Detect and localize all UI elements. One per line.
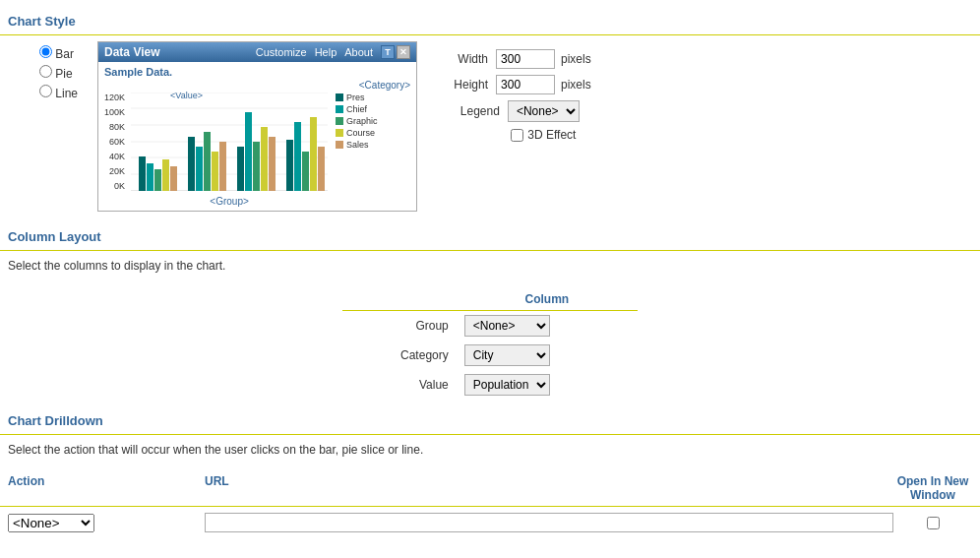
drilldown-title: Chart Drilldown — [8, 413, 103, 428]
width-input[interactable] — [496, 49, 555, 69]
data-view-close-button[interactable]: ✕ — [397, 45, 410, 59]
chart-style-section: Chart Style Bar Pie Line Data View Custo… — [0, 0, 980, 219]
column-layout-desc: Select the columns to display in the cha… — [0, 257, 980, 280]
svg-rect-19 — [253, 142, 260, 191]
about-link[interactable]: About — [344, 46, 373, 58]
category-select[interactable]: <None> City Population Region — [464, 344, 550, 366]
data-view-pin-button[interactable]: T — [381, 45, 395, 59]
chart-type-group: Bar Pie Line — [39, 45, 78, 104]
radio-pie-label[interactable]: Pie — [39, 65, 78, 81]
radio-pie[interactable] — [39, 65, 52, 78]
url-cell — [205, 513, 893, 532]
legend-label-sales: Sales — [346, 140, 369, 150]
column-table: Column Group <None> City Population Regi… — [342, 288, 638, 400]
drilldown-desc: Select the action that will occur when t… — [0, 441, 980, 465]
legend-label-chief: Chief — [346, 104, 367, 114]
svg-rect-8 — [147, 163, 153, 191]
height-suffix: pixels — [555, 78, 591, 92]
threed-checkbox[interactable] — [511, 129, 523, 142]
customize-link[interactable]: Customize — [256, 46, 307, 58]
svg-rect-21 — [269, 137, 276, 191]
table-row-group: Group <None> City Population Region — [342, 311, 638, 341]
legend-label-ctrl: Legend — [429, 104, 508, 118]
chart-controls: Width pixels Height pixels Legend <None>… — [417, 41, 591, 150]
drilldown-header: Chart Drilldown — [0, 407, 980, 435]
drilldown-data-row: <None> Link Report Dashboard — [0, 507, 980, 538]
y-label-0k: 0K — [114, 181, 125, 191]
legend-box-sales — [336, 141, 343, 149]
legend-item-course: Course — [336, 128, 378, 138]
svg-rect-23 — [294, 122, 301, 191]
legend-select[interactable]: <None> Top Bottom Left Right — [508, 100, 580, 122]
y-label-40k: 40K — [109, 152, 125, 161]
group-label: <Group> — [131, 196, 328, 207]
legend-item-graphic: Graphic — [336, 116, 378, 126]
radio-pie-text: Pie — [55, 67, 72, 81]
url-input[interactable] — [205, 513, 893, 532]
svg-rect-22 — [286, 140, 293, 191]
width-suffix: pixels — [555, 52, 591, 66]
data-view-titlebar: Data View Customize Help About T ✕ — [98, 42, 416, 62]
drilldown-table: Action URL Open In New Window <None> Lin… — [0, 470, 980, 538]
data-view-window: Data View Customize Help About T ✕ Sampl… — [97, 41, 417, 212]
column-layout-title: Column Layout — [8, 229, 101, 244]
legend-label-graphic: Graphic — [346, 116, 378, 126]
height-input[interactable] — [496, 75, 555, 94]
y-label-80k: 80K — [109, 122, 125, 132]
data-view-sample-label: Sample Data. — [104, 66, 410, 78]
legend-label-pres: Pres — [346, 93, 365, 102]
radio-line-text: Line — [55, 87, 78, 100]
y-label-20k: 20K — [109, 166, 125, 176]
column-layout-header: Column Layout — [0, 223, 980, 251]
value-label-cell: Value — [342, 370, 457, 400]
data-view-title: Data View — [104, 45, 159, 59]
radio-bar-label[interactable]: Bar — [39, 45, 78, 61]
svg-rect-9 — [154, 169, 161, 191]
svg-rect-11 — [170, 166, 177, 191]
svg-rect-20 — [261, 127, 268, 191]
radio-bar-text: Bar — [55, 47, 74, 61]
radio-line[interactable] — [39, 85, 52, 97]
bar-chart-svg: 10 20 30 40 — [131, 93, 328, 191]
chart-y-axis: 120K 100K 80K 60K 40K 20K 0K — [104, 93, 127, 191]
height-label: Height — [417, 78, 496, 92]
action-header: Action — [8, 474, 205, 502]
svg-rect-24 — [302, 152, 309, 191]
svg-rect-26 — [318, 147, 325, 191]
table-row-value: Value <None> City Population Region — [342, 370, 638, 400]
svg-rect-17 — [237, 147, 244, 191]
svg-rect-18 — [245, 112, 252, 191]
legend-item-pres: Pres — [336, 93, 378, 102]
legend-box-chief — [336, 105, 343, 113]
open-new-window-checkbox[interactable] — [927, 517, 940, 529]
svg-rect-13 — [196, 147, 203, 191]
legend-box-pres — [336, 93, 343, 101]
y-label-60k: 60K — [109, 137, 125, 147]
group-select[interactable]: <None> City Population Region — [464, 315, 550, 337]
chart-style-title: Chart Style — [8, 14, 76, 29]
svg-rect-25 — [310, 117, 317, 191]
value-label: <Value> — [170, 91, 203, 100]
legend-box-graphic — [336, 117, 343, 125]
width-label: Width — [417, 52, 496, 66]
svg-rect-16 — [219, 142, 226, 191]
y-label-120k: 120K — [104, 93, 125, 102]
value-select[interactable]: <None> City Population Region — [464, 374, 550, 396]
drilldown-section: Chart Drilldown Select the action that w… — [0, 403, 980, 542]
legend-label-course: Course — [346, 128, 375, 138]
svg-rect-12 — [188, 137, 195, 191]
radio-bar[interactable] — [39, 45, 52, 58]
help-link[interactable]: Help — [315, 46, 337, 58]
table-row-category: Category <None> City Population Region — [342, 341, 638, 370]
chart-style-header: Chart Style — [0, 8, 980, 35]
svg-rect-14 — [204, 132, 211, 191]
data-view-category-label: <Category> — [104, 80, 410, 91]
radio-line-label[interactable]: Line — [39, 85, 78, 100]
action-cell: <None> Link Report Dashboard — [8, 514, 205, 532]
svg-rect-15 — [212, 152, 218, 191]
url-header: URL — [205, 474, 893, 502]
drilldown-header-row: Action URL Open In New Window — [0, 470, 980, 507]
legend-item-sales: Sales — [336, 140, 378, 150]
y-label-100k: 100K — [104, 107, 125, 117]
action-select[interactable]: <None> Link Report Dashboard — [8, 514, 94, 532]
